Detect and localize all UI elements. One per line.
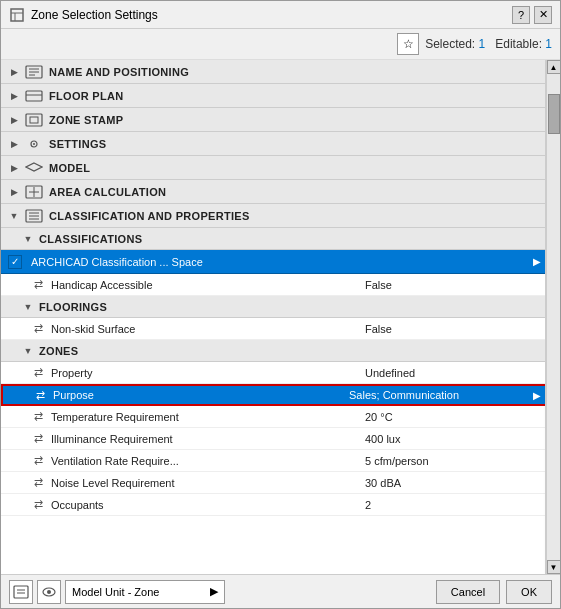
link-icon: ⇄ (29, 410, 47, 423)
section-model[interactable]: ▶ MODEL (1, 156, 545, 180)
svg-rect-7 (26, 91, 42, 101)
window-icon (9, 7, 25, 23)
link-icon: ⇄ (29, 432, 47, 445)
svg-rect-10 (30, 117, 38, 123)
classif-text: ARCHICAD Classification ... Space (29, 256, 529, 268)
prop-temperature[interactable]: ⇄ Temperature Requirement 20 °C (1, 406, 545, 428)
prop-label: Non-skid Surface (47, 323, 365, 335)
section-label: MODEL (49, 162, 90, 174)
favorites-button[interactable]: ☆ (397, 33, 419, 55)
selected-info: Selected: 1 Editable: 1 (425, 37, 552, 51)
prop-nonskid[interactable]: ⇄ Non-skid Surface False (1, 318, 545, 340)
section-label: FLOOR PLAN (49, 90, 124, 102)
expand-icon: ▶ (7, 65, 21, 79)
link-icon: ⇄ (29, 454, 47, 467)
classifications-sub-section[interactable]: ▼ CLASSIFICATIONS (1, 228, 545, 250)
prop-ventilation[interactable]: ⇄ Ventilation Rate Require... 5 cfm/pers… (1, 450, 545, 472)
purpose-arrow[interactable]: ▶ (529, 390, 545, 401)
svg-rect-9 (26, 114, 42, 126)
prop-label: Handicap Accessible (47, 279, 365, 291)
settings-icon (25, 137, 43, 151)
prop-label: Purpose (49, 389, 349, 401)
prop-value: Undefined (365, 367, 545, 379)
prop-value: False (365, 279, 545, 291)
floorings-label: FLOORINGS (39, 301, 107, 313)
prop-value: 400 lux (365, 433, 545, 445)
section-label: AREA CALCULATION (49, 186, 166, 198)
section-floor-plan[interactable]: ▶ FLOOR PLAN (1, 84, 545, 108)
link-icon: ⇄ (29, 476, 47, 489)
title-bar: Zone Selection Settings ? ✕ (1, 1, 560, 29)
prop-label: Occupants (47, 499, 365, 511)
name-positioning-icon (25, 65, 43, 79)
prop-purpose[interactable]: ⇄ Purpose Sales; Communication ▶ (1, 384, 545, 406)
prop-label: Noise Level Requirement (47, 477, 365, 489)
expand-icon: ▼ (21, 232, 35, 246)
classifications-label: CLASSIFICATIONS (39, 233, 142, 245)
dropdown-arrow: ▶ (210, 585, 218, 598)
section-name-positioning[interactable]: ▶ NAME AND POSITIONING (1, 60, 545, 84)
cancel-button[interactable]: Cancel (436, 580, 500, 604)
svg-point-25 (47, 590, 51, 594)
classif-checkbox[interactable]: ✓ (1, 255, 29, 269)
svg-point-12 (33, 143, 35, 145)
zone-stamp-icon (25, 113, 43, 127)
prop-label: Property (47, 367, 365, 379)
prop-property[interactable]: ⇄ Property Undefined (1, 362, 545, 384)
help-button[interactable]: ? (512, 6, 530, 24)
zones-sub-section[interactable]: ▼ ZONES (1, 340, 545, 362)
close-button[interactable]: ✕ (534, 6, 552, 24)
section-label: SETTINGS (49, 138, 106, 150)
link-icon: ⇄ (29, 498, 47, 511)
title-bar-left: Zone Selection Settings (9, 7, 158, 23)
header-bar: ☆ Selected: 1 Editable: 1 (1, 29, 560, 60)
svg-marker-13 (26, 163, 42, 171)
link-icon: ⇄ (29, 278, 47, 291)
expand-icon: ▼ (21, 300, 35, 314)
section-settings[interactable]: ▶ SETTINGS (1, 132, 545, 156)
model-icon (25, 161, 43, 175)
link-icon: ⇄ (31, 389, 49, 402)
svg-rect-0 (11, 9, 23, 21)
link-icon: ⇄ (29, 322, 47, 335)
ok-button[interactable]: OK (506, 580, 552, 604)
expand-icon: ▶ (7, 161, 21, 175)
scrollbar-down[interactable]: ▼ (547, 560, 561, 574)
prop-value: 30 dBA (365, 477, 545, 489)
scrollbar[interactable]: ▲ ▼ (546, 60, 560, 574)
prop-value: 20 °C (365, 411, 545, 423)
expand-icon: ▼ (7, 209, 21, 223)
footer-left: Model Unit - Zone ▶ (9, 580, 225, 604)
scrollbar-thumb[interactable] (548, 94, 560, 134)
prop-value: 2 (365, 499, 545, 511)
window-title: Zone Selection Settings (31, 8, 158, 22)
main-content: ▶ NAME AND POSITIONING ▶ FLOOR PLAN ▶ (1, 60, 560, 574)
section-label: CLASSIFICATION AND PROPERTIES (49, 210, 250, 222)
section-area-calculation[interactable]: ▶ AREA CALCULATION (1, 180, 545, 204)
footer-model-unit-dropdown[interactable]: Model Unit - Zone ▶ (65, 580, 225, 604)
footer: Model Unit - Zone ▶ Cancel OK (1, 574, 560, 608)
purpose-container: ⇄ Purpose Sales; Communication ▶ Residen… (1, 384, 545, 406)
prop-label: Temperature Requirement (47, 411, 365, 423)
prop-noise[interactable]: ⇄ Noise Level Requirement 30 dBA (1, 472, 545, 494)
archicad-classification-row[interactable]: ✓ ARCHICAD Classification ... Space ▶ (1, 250, 545, 274)
left-panel: ▶ NAME AND POSITIONING ▶ FLOOR PLAN ▶ (1, 60, 546, 574)
main-window: Zone Selection Settings ? ✕ ☆ Selected: … (0, 0, 561, 609)
scrollbar-up[interactable]: ▲ (547, 60, 561, 74)
expand-icon: ▼ (21, 344, 35, 358)
section-zone-stamp[interactable]: ▶ ZONE STAMP (1, 108, 545, 132)
prop-value: Sales; Communication (349, 389, 529, 401)
scrollbar-track[interactable] (547, 74, 561, 560)
classif-arrow[interactable]: ▶ (529, 256, 545, 267)
prop-occupants[interactable]: ⇄ Occupants 2 (1, 494, 545, 516)
footer-icon-button[interactable] (9, 580, 33, 604)
prop-illuminance[interactable]: ⇄ Illuminance Requirement 400 lux (1, 428, 545, 450)
section-label: NAME AND POSITIONING (49, 66, 189, 78)
prop-handicap[interactable]: ⇄ Handicap Accessible False (1, 274, 545, 296)
link-icon: ⇄ (29, 366, 47, 379)
footer-eye-button[interactable] (37, 580, 61, 604)
floorings-sub-section[interactable]: ▼ FLOORINGS (1, 296, 545, 318)
checkbox-checked: ✓ (8, 255, 22, 269)
section-classification-properties[interactable]: ▼ CLASSIFICATION AND PROPERTIES (1, 204, 545, 228)
title-bar-controls: ? ✕ (512, 6, 552, 24)
